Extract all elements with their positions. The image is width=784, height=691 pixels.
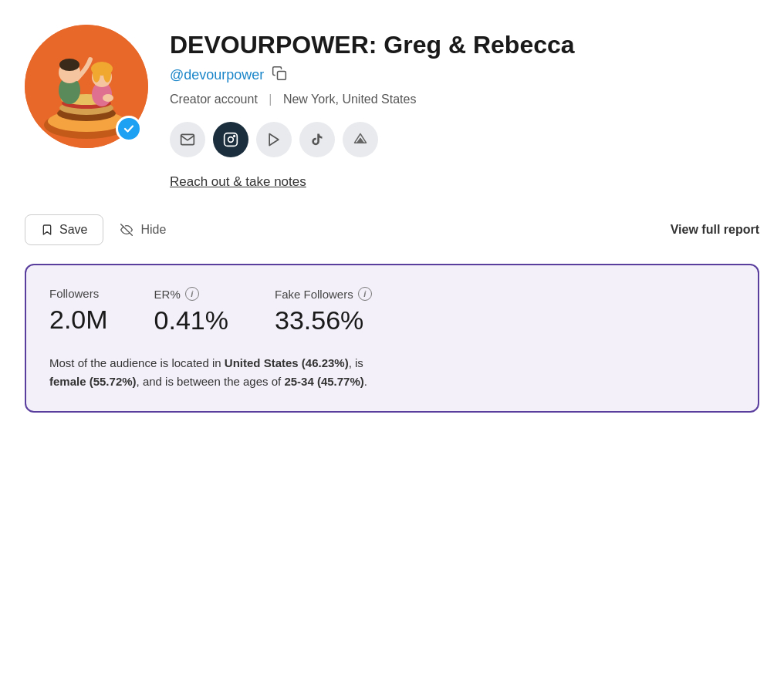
audience-age: 25-34 (45.77%)	[284, 375, 363, 388]
stats-row: Followers 2.0M ER% i 0.41% Fake Follower…	[49, 287, 735, 335]
stats-card: Followers 2.0M ER% i 0.41% Fake Follower…	[25, 264, 759, 413]
svg-point-13	[93, 66, 100, 83]
profile-meta: Creator account | New York, United State…	[170, 93, 759, 106]
reach-out-button[interactable]: Reach out & take notes	[170, 174, 306, 190]
audience-mid1: , is	[349, 356, 363, 369]
profile-handle-link[interactable]: @devourpower	[170, 67, 264, 83]
fake-followers-label: Fake Followers i	[275, 287, 372, 301]
hide-button[interactable]: Hide	[119, 223, 166, 237]
er-info-icon[interactable]: i	[185, 287, 199, 301]
svg-rect-17	[225, 133, 238, 147]
fake-followers-stat: Fake Followers i 33.56%	[275, 287, 372, 335]
svg-point-15	[103, 94, 113, 102]
svg-point-19	[234, 136, 235, 137]
audience-mid2: , and is between the ages of	[137, 375, 285, 388]
email-social-btn[interactable]	[170, 122, 205, 157]
profile-name: DEVOURPOWER: Greg & Rebecca	[170, 31, 759, 59]
svg-point-9	[59, 59, 79, 71]
bookmark-icon	[41, 223, 53, 237]
tiktok-social-btn[interactable]	[299, 122, 335, 157]
audience-summary: Most of the audience is located in Unite…	[49, 354, 735, 391]
audience-location: United States (46.23%)	[225, 356, 349, 369]
verified-badge	[116, 116, 142, 142]
youtube-social-btn[interactable]	[256, 122, 292, 157]
er-label: ER% i	[154, 287, 228, 301]
svg-rect-16	[278, 72, 286, 80]
svg-marker-22	[357, 138, 363, 143]
er-value: 0.41%	[154, 305, 228, 335]
instagram-social-btn[interactable]	[213, 122, 248, 157]
profile-info: DEVOURPOWER: Greg & Rebecca @devourpower…	[170, 25, 759, 190]
profile-section: DEVOURPOWER: Greg & Rebecca @devourpower…	[25, 25, 759, 190]
action-bar: Save Hide View full report	[25, 211, 759, 245]
fake-followers-value: 33.56%	[275, 305, 372, 335]
followers-stat: Followers 2.0M	[49, 287, 108, 335]
audience-gender: female (55.72%)	[49, 375, 137, 388]
profile-location: New York, United States	[283, 93, 417, 106]
profile-handle-row: @devourpower	[170, 66, 759, 85]
account-type: Creator account	[170, 93, 258, 106]
save-button[interactable]: Save	[25, 214, 103, 245]
followers-label: Followers	[49, 287, 108, 300]
hide-icon	[119, 224, 134, 236]
svg-marker-20	[269, 134, 279, 146]
er-stat: ER% i 0.41%	[154, 287, 228, 335]
meta-separator: |	[269, 93, 272, 106]
action-left: Save Hide	[25, 214, 166, 245]
hide-label: Hide	[140, 223, 166, 237]
followers-value: 2.0M	[49, 305, 108, 335]
other-social-btn[interactable]	[343, 122, 378, 157]
audience-suffix: .	[364, 375, 367, 388]
svg-point-18	[228, 137, 234, 143]
avatar-wrapper	[25, 25, 148, 148]
copy-icon[interactable]	[272, 66, 287, 85]
audience-prefix: Most of the audience is located in	[49, 356, 225, 369]
svg-point-14	[103, 66, 111, 83]
save-label: Save	[59, 223, 87, 237]
fake-followers-info-icon[interactable]: i	[358, 287, 372, 301]
view-report-button[interactable]: View full report	[671, 223, 759, 237]
social-icons	[170, 122, 759, 157]
